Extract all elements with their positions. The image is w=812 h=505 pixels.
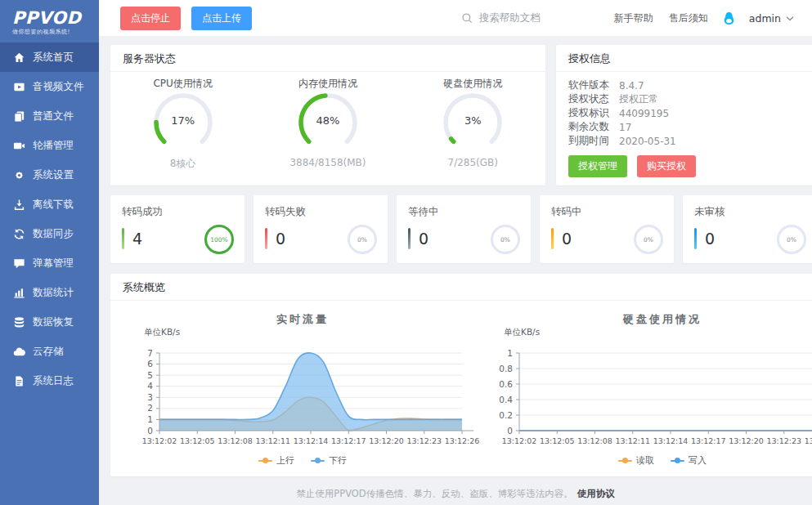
svg-text:6: 6 — [147, 359, 153, 369]
auth-row: 授权标识44099195 — [556, 106, 812, 120]
gauge-sublabel: 8核心 — [110, 157, 255, 171]
sidebar-item-data-sync[interactable]: 数据同步 — [0, 219, 99, 248]
chart-title: 硬盘使用情况 — [482, 312, 812, 327]
svg-text:4: 4 — [147, 381, 153, 391]
footer: 禁止使用PPVOD传播色情、暴力、反动、盗版、博彩等违法内容。使用协议 — [99, 488, 812, 500]
auth-rows: 软件版本8.4.7授权状态授权正常授权标识44099195剩余次数17到期时间2… — [556, 78, 812, 148]
stat-card-transcoding: 转码中00% — [540, 195, 674, 263]
gauge-title: 内存使用情况 — [255, 77, 400, 90]
legend-marker-dot — [622, 458, 628, 463]
sidebar-item-system-log[interactable]: 系统日志 — [0, 366, 99, 396]
svg-text:13:12:11: 13:12:11 — [615, 436, 650, 445]
sidebar-item-stats[interactable]: 数据统计 — [0, 278, 99, 307]
legend-item-读取[interactable]: 读取 — [618, 454, 654, 467]
chart-traffic: 实时流量单位KB/s0123456713:12:0213:12:0513:12:… — [123, 306, 482, 476]
svg-text:3: 3 — [147, 392, 153, 402]
stat-card-ring: 0% — [634, 225, 663, 254]
gauge-sublabel: 7/285(GB) — [401, 157, 545, 168]
gauge-percent: 3% — [438, 114, 507, 127]
sidebar-item-label: 系统日志 — [33, 374, 74, 388]
legend-item-上行[interactable]: 上行 — [258, 454, 294, 467]
svg-text:13:12:23: 13:12:23 — [766, 436, 801, 445]
user-menu[interactable]: admin — [749, 12, 794, 25]
sidebar-item-files[interactable]: 普通文件 — [0, 101, 99, 131]
chart-legend: 上行下行 — [123, 454, 482, 467]
legend-label: 读取 — [636, 454, 654, 467]
cloud-icon — [13, 346, 25, 358]
legend-item-写入[interactable]: 写入 — [671, 454, 707, 467]
sidebar-item-label: 离线下载 — [33, 198, 74, 212]
buy-auth-button[interactable]: 购买授权 — [637, 155, 696, 177]
legend-item-下行[interactable]: 下行 — [311, 454, 347, 467]
stat-card-ring: 0% — [348, 225, 377, 254]
search-placeholder: 搜索帮助文档 — [479, 11, 541, 25]
svg-text:5: 5 — [147, 370, 153, 380]
upload-button[interactable]: 点击上传 — [191, 7, 252, 30]
sidebar-item-label: 数据同步 — [33, 227, 74, 241]
svg-text:7: 7 — [147, 348, 153, 358]
sync-icon — [13, 228, 25, 240]
legend-marker-dot — [262, 458, 268, 463]
username: admin — [749, 12, 781, 25]
svg-text:13:12:26: 13:12:26 — [445, 436, 480, 445]
svg-text:13:12:05: 13:12:05 — [540, 436, 575, 445]
search-input[interactable]: 搜索帮助文档 — [461, 11, 599, 25]
svg-text:13:12:08: 13:12:08 — [218, 436, 253, 445]
stat-card-unreviewed: 未审核00% — [683, 195, 812, 263]
stat-card-ring: 0% — [777, 225, 806, 254]
sidebar-item-data-recovery[interactable]: 数据恢复 — [0, 307, 99, 337]
sidebar-item-label: 云存储 — [33, 345, 64, 359]
gauge-percent: 48% — [294, 114, 362, 127]
gauge-arc: 3% — [438, 90, 507, 154]
auth-buttons: 授权管理购买授权 — [568, 155, 812, 177]
auth-manage-button[interactable]: 授权管理 — [568, 155, 627, 177]
svg-text:13:12:02: 13:12:02 — [142, 436, 177, 445]
stat-card-value: 0 — [562, 230, 572, 248]
svg-text:0.2: 0.2 — [499, 410, 513, 420]
auth-row-value: 8.4.7 — [619, 80, 644, 92]
auth-row-label: 剩余次数 — [568, 120, 612, 134]
sidebar-item-home[interactable]: 系统首页 — [0, 42, 99, 72]
sidebar-menu: 系统首页音视频文件普通文件轮播管理系统设置离线下载数据同步弹幕管理数据统计数据恢… — [0, 42, 99, 396]
gauge-memory: 内存使用情况48%3884/8158(MB) — [255, 77, 400, 171]
gauge-arc: 48% — [294, 90, 362, 154]
sidebar-item-label: 数据恢复 — [33, 315, 74, 329]
auth-row: 剩余次数17 — [556, 120, 812, 134]
auth-row-label: 授权标识 — [568, 106, 612, 120]
chart-unit-label: 单位KB/s — [144, 327, 180, 338]
svg-text:2: 2 — [147, 403, 153, 413]
stat-card-title: 转码失败 — [265, 205, 376, 219]
stat-card-title: 未审核 — [694, 205, 805, 219]
legend-marker — [671, 458, 684, 463]
legend-label: 写入 — [689, 454, 707, 467]
stop-button[interactable]: 点击停止 — [120, 7, 181, 30]
agreement-link[interactable]: 使用协议 — [577, 488, 615, 499]
sidebar-item-settings[interactable]: 系统设置 — [0, 160, 99, 190]
auth-info-title: 授权信息 — [556, 45, 812, 72]
sidebar-item-carousel[interactable]: 轮播管理 — [0, 131, 99, 160]
home-icon — [13, 51, 25, 64]
topbar: 点击停止 点击上传 搜索帮助文档 新手帮助 售后须知 admin — [99, 0, 812, 36]
sidebar-item-danmaku[interactable]: 弹幕管理 — [0, 248, 99, 278]
auth-row-label: 授权状态 — [568, 92, 612, 106]
aftersales-link[interactable]: 售后须知 — [669, 11, 708, 25]
sidebar-item-offline-download[interactable]: 离线下载 — [0, 190, 99, 219]
sidebar-item-label: 普通文件 — [33, 109, 74, 123]
gear-icon — [13, 169, 25, 181]
qq-icon[interactable] — [722, 11, 736, 25]
legend-marker-dot — [675, 458, 680, 463]
sidebar-item-av-files[interactable]: 音视频文件 — [0, 72, 99, 101]
auth-row: 授权状态授权正常 — [556, 92, 812, 106]
help-link[interactable]: 新手帮助 — [614, 11, 653, 25]
svg-text:0.6: 0.6 — [499, 379, 513, 389]
search-icon — [461, 12, 473, 25]
sidebar-item-label: 系统设置 — [33, 168, 74, 182]
chevron-down-icon — [786, 15, 794, 22]
stat-card-waiting: 等待中00% — [397, 195, 531, 263]
system-overview-title: 系统概览 — [110, 274, 812, 301]
stat-card-bar — [265, 228, 267, 249]
svg-text:13:12:14: 13:12:14 — [294, 436, 329, 445]
sidebar-item-label: 数据统计 — [33, 286, 74, 300]
charts: 实时流量单位KB/s0123456713:12:0213:12:0513:12:… — [110, 301, 812, 476]
sidebar-item-cloud-storage[interactable]: 云存储 — [0, 337, 99, 366]
